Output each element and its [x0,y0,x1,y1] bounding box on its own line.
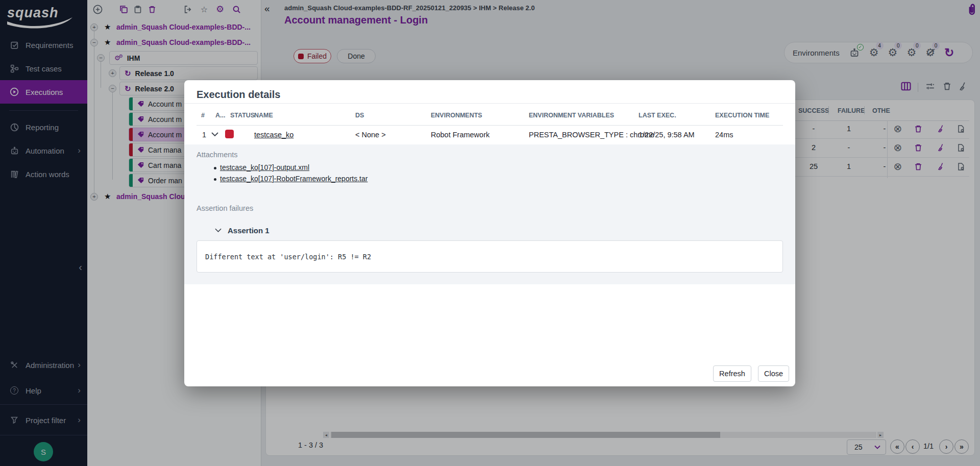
refresh-button[interactable]: Refresh [713,365,751,382]
attachment-link[interactable]: testcase_ko[107]-output.xml [220,163,309,171]
column-header-ds: DS [355,112,364,119]
cell-environment-variables: PRESTA_BROWSER_TYPE : chrome [529,131,654,139]
column-header-environment-variables: ENVIRONMENT VARIABLES [529,112,614,119]
app-screen: squash Requirements Test cases Execution… [0,0,980,466]
assertion-failures-label: Assertion failures [197,204,253,212]
column-header-execution-time: EXECUTION TIME [715,112,769,119]
bullet-icon [214,167,216,169]
status-failed-square [225,130,234,138]
cell-ds: < None > [355,131,386,139]
row-expansion-panel: Attachments testcase_ko[107]-output.xml … [184,144,795,284]
test-case-link[interactable]: testcase_ko [254,131,293,139]
assertion-message-box: Different text at 'user/login': R5 != R2 [197,240,783,273]
cell-environments: Robot Framework [431,131,489,139]
row-collapse-chevron-icon[interactable] [211,132,218,137]
attachment-link[interactable]: testcase_ko[107]-RobotFramework_reports.… [220,175,368,183]
assertion-title: Assertion 1 [228,226,270,235]
table-header-divider [197,125,783,126]
close-button[interactable]: Close [758,365,789,382]
column-header-status: STATUS [230,112,255,119]
column-header-name: NAME [254,112,273,119]
column-header-num: # [201,112,205,119]
bullet-icon [214,178,216,181]
column-header-last-exec: LAST EXEC. [639,112,676,119]
cell-execution-time: 24ms [715,131,733,139]
modal-title-divider [184,103,795,104]
execution-details-modal: Execution details # A... STATUS NAME DS … [184,80,795,386]
assertion-collapse-header[interactable]: Assertion 1 [215,226,270,235]
cell-num: 1 [202,131,206,139]
assertion-message: Different text at 'user/login': R5 != R2 [205,253,371,261]
column-header-auto: A... [215,112,225,119]
attachments-label: Attachments [197,151,238,159]
column-header-environments: ENVIRONMENTS [431,112,482,119]
cell-last-exec: 1/22/25, 9:58 AM [639,131,695,139]
chevron-down-icon [215,228,222,233]
modal-title: Execution details [197,89,281,101]
